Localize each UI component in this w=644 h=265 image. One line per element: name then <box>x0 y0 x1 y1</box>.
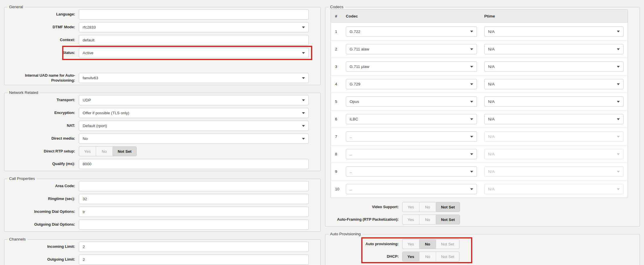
section-auto-provisioning: Auto Provisioning Auto provisioning: Yes… <box>325 232 640 265</box>
dhcp-no-button[interactable]: No <box>419 252 436 261</box>
auto-framing-yes-button[interactable]: Yes <box>402 215 419 224</box>
ptime-2-select[interactable]: N/A <box>484 44 624 54</box>
ptime-5-value: N/A <box>488 99 615 104</box>
area-code-input[interactable] <box>79 181 309 191</box>
nat-select[interactable]: Default (rport) <box>79 121 309 131</box>
auto-provisioning-notset-button[interactable]: Not Set <box>436 239 459 249</box>
codec-3-select[interactable]: G.711 µlaw <box>346 62 477 72</box>
codec-1-select[interactable]: G.722 <box>346 27 477 37</box>
codecs-table-header: # Codec Ptime <box>331 10 628 23</box>
language-row: Language: <box>10 9 309 20</box>
codec-row-1: 1 G.722 N/A <box>331 23 628 40</box>
ptime-1-select[interactable]: N/A <box>484 27 624 37</box>
auto-framing-notset-button[interactable]: Not Set <box>436 215 460 224</box>
outgoing-limit-input[interactable] <box>79 255 309 265</box>
codec-row-5: 5 Opus N/A <box>331 93 628 110</box>
codec-row-2: 2 G.711 alaw N/A <box>331 40 628 58</box>
ptime-5-select[interactable]: N/A <box>484 96 624 107</box>
status-select[interactable]: Active <box>79 48 309 58</box>
ptime-8-select: N/A <box>484 149 624 159</box>
direct-media-label: Direct media: <box>10 136 79 141</box>
incoming-dial-options-row: Incoming Dial Options: <box>10 207 309 217</box>
dropdown-caret-icon <box>617 66 620 68</box>
dtmf-mode-value: rfc2833 <box>83 25 300 29</box>
dropdown-caret-icon <box>302 112 305 114</box>
ptime-3-select[interactable]: N/A <box>484 62 624 72</box>
video-support-toggle: Yes No Not Set <box>402 202 460 212</box>
auto-framing-toggle: Yes No Not Set <box>402 215 460 224</box>
dhcp-notset-button[interactable]: Not Set <box>436 252 459 261</box>
outgoing-limit-row: Outgoing Limit: <box>10 255 309 265</box>
codec-7-value: .. <box>350 134 468 139</box>
nat-row: NAT: Default (rport) <box>10 121 309 131</box>
transport-select[interactable]: UDP <box>79 95 309 105</box>
section-network-related: Network Related Transport: UDP Encryptio… <box>4 90 321 171</box>
dhcp-label: DHCP: <box>331 254 402 259</box>
direct-rtp-setup-no-button[interactable]: No <box>96 147 112 156</box>
dropdown-caret-icon <box>470 48 473 50</box>
auto-provisioning-legend: Auto Provisioning <box>329 232 362 236</box>
dropdown-caret-icon <box>302 52 305 54</box>
encryption-value: Offer if possible (TLS only) <box>83 111 300 115</box>
dropdown-caret-icon <box>302 125 305 127</box>
direct-rtp-setup-notset-button[interactable]: Not Set <box>112 147 136 156</box>
incoming-dial-options-label: Incoming Dial Options: <box>10 209 79 214</box>
transport-row: Transport: UDP <box>10 95 309 105</box>
outgoing-dial-options-input[interactable] <box>79 220 309 230</box>
codec-row-10: 10 .. N/A <box>331 180 628 198</box>
video-support-notset-button[interactable]: Not Set <box>436 202 460 212</box>
area-code-label: Area Code: <box>10 184 79 189</box>
dropdown-caret-icon <box>617 136 620 138</box>
codec-6-select[interactable]: iLBC <box>346 114 477 124</box>
video-support-yes-button[interactable]: Yes <box>402 202 419 212</box>
qualify-label: Qualify (ms): <box>10 162 79 166</box>
context-input[interactable] <box>79 35 309 45</box>
language-input[interactable] <box>79 9 309 20</box>
codec-8-select[interactable]: .. <box>346 149 477 159</box>
ptime-4-select[interactable]: N/A <box>484 79 624 89</box>
dropdown-caret-icon <box>617 83 620 85</box>
encryption-select[interactable]: Offer if possible (TLS only) <box>79 108 309 118</box>
codec-10-select[interactable]: .. <box>346 184 477 194</box>
codec-5-select[interactable]: Opus <box>346 96 477 107</box>
status-row: Status: Active <box>10 48 309 58</box>
incoming-limit-input[interactable] <box>79 242 309 252</box>
ringtime-input[interactable] <box>79 194 309 204</box>
direct-rtp-setup-yes-button[interactable]: Yes <box>79 147 96 156</box>
codec-row-9: 9 .. N/A <box>331 163 628 180</box>
context-label: Context: <box>10 38 79 43</box>
outgoing-dial-options-row: Outgoing Dial Options: <box>10 220 309 230</box>
codec-9-select[interactable]: .. <box>346 166 477 177</box>
video-support-no-button[interactable]: No <box>419 202 436 212</box>
codec-4-select[interactable]: G.729 <box>346 79 477 89</box>
dropdown-caret-icon <box>470 153 473 155</box>
dhcp-row: DHCP: Yes No Not Set <box>331 252 628 262</box>
qualify-input[interactable] <box>79 159 309 169</box>
incoming-limit-row: Incoming Limit: <box>10 242 309 252</box>
language-label: Language: <box>10 12 79 17</box>
dropdown-caret-icon <box>617 153 620 155</box>
codec-7-select[interactable]: .. <box>346 131 477 142</box>
ptime-8-value: N/A <box>488 152 615 156</box>
direct-media-select[interactable]: No <box>79 134 309 144</box>
ptime-2-value: N/A <box>488 47 615 51</box>
dhcp-yes-button[interactable]: Yes <box>402 252 419 261</box>
codec-2-select[interactable]: G.711 alaw <box>346 44 477 54</box>
ptime-4-value: N/A <box>488 82 615 86</box>
dtmf-mode-select[interactable]: rfc2833 <box>79 22 309 32</box>
dropdown-caret-icon <box>302 77 305 79</box>
qualify-row: Qualify (ms): <box>10 159 309 169</box>
ptime-6-select[interactable]: N/A <box>484 114 624 124</box>
internal-uad-label: Internal UAD name for Auto-Provisioning: <box>10 73 79 83</box>
codec-row-number: 3 <box>335 64 346 69</box>
internal-uad-select[interactable]: fanvilv63 <box>79 73 309 83</box>
dtmf-mode-label: DTMF Mode: <box>10 25 79 30</box>
codec-9-value: .. <box>350 169 468 174</box>
auto-framing-no-button[interactable]: No <box>419 215 436 224</box>
dropdown-caret-icon <box>617 31 620 32</box>
incoming-dial-options-input[interactable] <box>79 207 309 217</box>
internal-uad-row: Internal UAD name for Auto-Provisioning:… <box>10 73 309 83</box>
auto-provisioning-yes-button[interactable]: Yes <box>402 239 419 249</box>
ptime-7-value: N/A <box>488 134 615 139</box>
auto-provisioning-no-button[interactable]: No <box>419 239 436 249</box>
